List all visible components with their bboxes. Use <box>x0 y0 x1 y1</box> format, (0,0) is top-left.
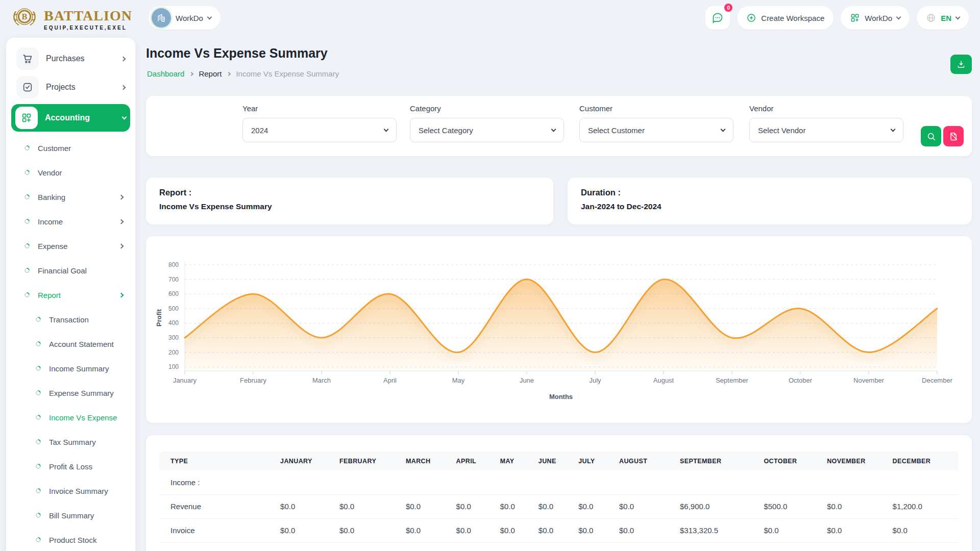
sidebar-item-income-vs-expense[interactable]: Income Vs Expense <box>6 405 135 430</box>
svg-text:May: May <box>452 377 465 384</box>
create-workspace-button[interactable]: Create Workspace <box>737 6 834 30</box>
sidebar-item-account-statement[interactable]: Account Statement <box>6 332 135 356</box>
sidebar-item-report[interactable]: Report <box>6 283 135 307</box>
column-header-december: DECEMBER <box>888 452 959 470</box>
cell-value: $6,900.0 <box>675 494 758 518</box>
breadcrumb: DashboardReportIncome Vs Expense Summary <box>147 69 339 78</box>
column-header-march: MARCH <box>401 452 451 470</box>
category-select[interactable]: Select Category <box>410 118 564 142</box>
cell-value: $0.0 <box>401 518 451 542</box>
bullet-icon <box>35 365 42 372</box>
duration-summary-card: Duration : Jan-2024 to Dec-2024 <box>568 178 972 224</box>
svg-text:200: 200 <box>168 349 179 356</box>
customer-select[interactable]: Select Customer <box>579 118 733 142</box>
duration-card-value: Jan-2024 to Dec-2024 <box>581 202 959 211</box>
sidebar-item-vendor[interactable]: Vendor <box>6 160 135 185</box>
table-row-invoice: Invoice$0.0$0.0$0.0$0.0$0.0$0.0$0.0$0.0$… <box>159 518 959 542</box>
year-filter: Year 2024 <box>242 104 397 142</box>
workspace-switcher[interactable]: WorkDo <box>149 6 220 30</box>
sidebar-item-customer[interactable]: Customer <box>6 136 135 160</box>
sidebar-item-invoice-summary[interactable]: Invoice Summary <box>6 479 135 503</box>
chevron-down-icon <box>955 14 961 19</box>
chevron-right-icon <box>121 85 126 90</box>
sidebar-item-income-summary[interactable]: Income Summary <box>6 356 135 381</box>
column-header-october: OCTOBER <box>758 452 822 470</box>
svg-text:500: 500 <box>168 305 179 312</box>
sidebar-item-label: Purchases <box>46 54 114 63</box>
search-icon <box>926 132 936 141</box>
sidebar-item-income[interactable]: Income <box>6 209 135 234</box>
bullet-icon <box>23 218 31 225</box>
chevron-down-icon <box>896 14 901 19</box>
reset-filter-button[interactable] <box>943 126 964 146</box>
sidebar-item-profit-loss[interactable]: Profit & Loss <box>6 454 135 479</box>
sidebar-item-label: Projects <box>46 83 114 92</box>
language-button[interactable]: EN <box>917 6 969 30</box>
cell-value: $500.0 <box>758 494 822 518</box>
chevron-down-icon <box>122 114 127 119</box>
report-card-value: Income Vs Expense Summary <box>159 202 540 211</box>
sidebar-item-label: Income <box>38 217 111 226</box>
sidebar-item-label: Account Statement <box>49 340 123 348</box>
chevron-down-icon <box>384 127 389 132</box>
bullet-icon <box>23 242 31 249</box>
svg-text:300: 300 <box>168 334 179 341</box>
sidebar-item-label: Product Stock <box>49 536 123 544</box>
apply-filter-button[interactable] <box>921 126 941 146</box>
cell-value: $0.0 <box>275 518 334 542</box>
chevron-down-icon <box>721 127 726 132</box>
vendor-select[interactable]: Select Vendor <box>749 118 903 142</box>
sidebar-item-bill-summary[interactable]: Bill Summary <box>6 503 135 528</box>
row-label: Revenue <box>159 494 275 518</box>
sidebar: PurchasesProjectsAccountingCustomerVendo… <box>6 38 135 551</box>
svg-text:700: 700 <box>168 276 179 283</box>
sidebar-item-product-stock[interactable]: Product Stock <box>6 528 135 551</box>
bullet-icon <box>35 316 42 323</box>
sidebar-item-label: Accounting <box>45 113 115 122</box>
sidebar-item-label: Expense Summary <box>49 389 123 397</box>
chevron-right-icon <box>189 71 193 76</box>
table-row-revenue: Revenue$0.0$0.0$0.0$0.0$0.0$0.0$0.0$0.0$… <box>159 494 959 518</box>
sidebar-item-projects[interactable]: Projects <box>12 74 129 100</box>
sidebar-item-label: Tax Summary <box>49 438 123 446</box>
sidebar-nav: PurchasesProjectsAccountingCustomerVendo… <box>6 46 135 551</box>
brand-logo: B BATTALION EQUIP,EXECUTE,EXEL <box>10 4 132 35</box>
svg-text:October: October <box>789 377 813 384</box>
income-expense-table: TYPEJANUARYFEBRUARYMARCHAPRILMAYJUNEJULY… <box>159 452 959 551</box>
category-label: Category <box>410 104 564 113</box>
report-summary-card: Report : Income Vs Expense Summary <box>146 178 553 224</box>
profit-chart: 800700600500400300200100JanuaryFebruaryM… <box>146 236 972 423</box>
svg-text:800: 800 <box>168 261 179 268</box>
sidebar-item-banking[interactable]: Banking <box>6 185 135 209</box>
sidebar-item-expense[interactable]: Expense <box>6 234 135 258</box>
year-select[interactable]: 2024 <box>242 118 397 142</box>
column-header-february: FEBRUARY <box>334 452 401 470</box>
bullet-icon <box>35 414 42 421</box>
cell-value: $0.0 <box>495 518 533 542</box>
bullet-icon <box>23 144 31 152</box>
sidebar-item-transaction[interactable]: Transaction <box>6 307 135 332</box>
sidebar-item-purchases[interactable]: Purchases <box>12 46 129 71</box>
brand-tagline: EQUIP,EXECUTE,EXEL <box>44 26 132 31</box>
download-button[interactable] <box>950 55 972 74</box>
sidebar-item-expense-summary[interactable]: Expense Summary <box>6 381 135 405</box>
vendor-filter: Vendor Select Vendor <box>749 104 903 142</box>
chevron-down-icon <box>551 127 556 132</box>
svg-text:April: April <box>383 377 397 384</box>
tasks-icon <box>16 76 39 98</box>
sidebar-item-accounting[interactable]: Accounting <box>11 104 130 132</box>
sidebar-item-financial-goal[interactable]: Financial Goal <box>6 258 135 283</box>
messages-button[interactable]: 0 <box>705 6 730 30</box>
column-header-may: MAY <box>495 452 533 470</box>
bullet-icon <box>23 193 31 201</box>
customer-select-value: Select Customer <box>588 126 645 135</box>
cell-value: $0.0 <box>533 494 573 518</box>
chevron-right-icon <box>119 292 124 297</box>
sidebar-item-tax-summary[interactable]: Tax Summary <box>6 430 135 454</box>
breadcrumb-dashboard[interactable]: Dashboard <box>147 69 184 78</box>
customer-label: Customer <box>579 104 733 113</box>
cell-value: $0.0 <box>822 518 887 542</box>
workdo-menu-button[interactable]: WorkDo <box>841 6 910 30</box>
breadcrumb-report[interactable]: Report <box>199 69 222 78</box>
column-header-january: JANUARY <box>275 452 334 470</box>
